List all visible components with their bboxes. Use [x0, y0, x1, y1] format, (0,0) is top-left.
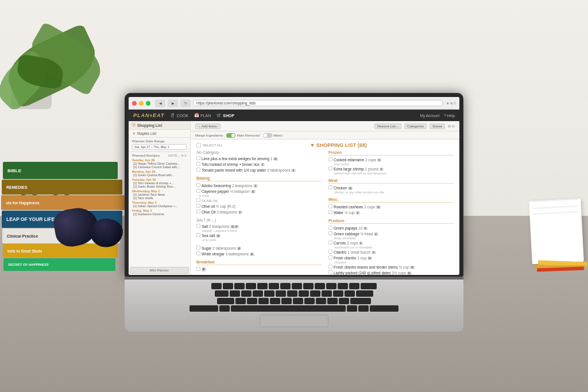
key — [338, 283, 348, 289]
key — [257, 283, 268, 289]
item-checkbox[interactable] — [196, 267, 200, 271]
key — [345, 290, 355, 297]
item-cilantro-1: Cilantro 1 small bunch F — [328, 249, 454, 255]
key — [219, 305, 230, 312]
recipe-monday: Monday, Apr 29 [1] Green Quinoa Bowl wit… — [132, 170, 187, 177]
key — [339, 298, 349, 304]
item-checkbox[interactable] — [328, 255, 332, 259]
key — [370, 305, 399, 312]
recipe-friday: Friday, May 3 [1] Garbanzo Omixine — [132, 209, 187, 216]
right-panel: + Add Items Restore List... Categories S… — [191, 121, 459, 275]
shopping-list-heading: ▼ SHOPPING LIST (68) — [310, 142, 366, 148]
item-oil: OLIVE OIL — [196, 197, 322, 203]
mini-planner-btn[interactable]: Mini Planner — [130, 267, 189, 274]
sea-salt-note: or to taste — [196, 238, 322, 242]
item-checkbox[interactable] — [328, 250, 332, 254]
nav-plan[interactable]: 📅PLAN — [194, 113, 211, 118]
item-checkbox[interactable] — [196, 209, 200, 214]
item-checkbox[interactable] — [196, 233, 200, 237]
canned-goods-label: Canned Goods — [196, 274, 322, 275]
item-checkbox[interactable] — [328, 210, 332, 214]
key — [322, 290, 332, 297]
maximize-btn[interactable] — [146, 101, 150, 106]
book-secret: SECRET OF HAPPINESS — [3, 258, 115, 271]
item-checkbox[interactable] — [196, 156, 200, 160]
item-checkbox[interactable] — [328, 157, 332, 161]
key — [269, 283, 279, 289]
trackpad[interactable] — [260, 315, 328, 327]
item-checkbox[interactable] — [328, 240, 332, 244]
nav-cook[interactable]: 🍴COOK — [170, 113, 188, 118]
key — [361, 283, 377, 289]
left-col: No Category Lime plus a few extra wedges… — [196, 150, 322, 275]
scene: BIBLE REMEDIES sts for Happiness LEAP OF… — [0, 0, 588, 392]
item-shrimp: Extra large shrimp 1 pound F — [328, 166, 454, 172]
close-btn[interactable] — [132, 101, 137, 106]
right-papers — [531, 194, 582, 263]
key — [247, 298, 257, 304]
hide-removed-toggle[interactable]: Hide Removed — [226, 133, 260, 138]
key — [293, 298, 303, 304]
categories-btn[interactable]: Categories — [404, 123, 427, 129]
item-checkbox[interactable] — [328, 204, 332, 208]
recipe-item: [1] Taco shells — [132, 196, 187, 200]
item-checkbox[interactable] — [196, 204, 200, 208]
breakfast-item: F — [196, 266, 322, 272]
notepad-line — [532, 199, 577, 202]
forward-btn[interactable]: ▶ — [168, 99, 178, 107]
list-title-row: SELECT ALL ▼ SHOPPING LIST (68) — [196, 142, 454, 148]
item-checkbox[interactable] — [196, 162, 200, 166]
item-checkbox[interactable] — [196, 198, 200, 202]
item-cilantro-2: Fresh cilantro 1 cup R — [328, 255, 454, 261]
metric-toggle[interactable]: Metric — [263, 133, 283, 138]
item-checkbox[interactable] — [196, 251, 200, 255]
sugar-section: Sugar 2 tablespoons R White vinegar 3 ta… — [196, 245, 322, 257]
item-tofu: Tofu instead of shrimp + brown rice F — [196, 161, 322, 167]
nav-shop[interactable]: 🛒SHOP — [216, 113, 234, 118]
item-checkbox[interactable] — [196, 168, 200, 172]
key — [223, 283, 233, 289]
item-tomato: Tomato paste mixed with 1/4 cup water 3 … — [196, 167, 322, 173]
item-checkbox[interactable] — [328, 231, 332, 235]
laptop: ◀ ▶ ↻ https://plantoeat.com/shopping_lis… — [125, 93, 463, 332]
key — [358, 305, 369, 312]
key — [234, 283, 245, 289]
plant — [0, 0, 126, 143]
date-range-input[interactable]: Sat, Apr 27 – Thu, May 1 — [132, 144, 187, 150]
stores-btn[interactable]: Stores — [430, 123, 445, 129]
refresh-btn[interactable]: ↻ — [180, 99, 191, 107]
recipe-wednesday: Wednesday, May 1 [1] Jackfruit Taco Meat… — [132, 189, 187, 200]
item-adobo: Adobo Seasoning 2 teaspoons F — [196, 183, 322, 188]
keyboard — [133, 283, 455, 327]
produce-label: Produce — [328, 219, 454, 224]
item-water: Water ½ cup F — [328, 209, 454, 215]
item-dates: Lightly packed (240 g) pitted dates 1½ c… — [328, 270, 454, 275]
item-checkbox[interactable] — [328, 270, 332, 274]
minimize-btn[interactable] — [139, 101, 144, 106]
url-bar[interactable]: https://plantoeat.com/shopping_lists — [193, 100, 443, 106]
back-btn[interactable]: ◀ — [155, 99, 165, 107]
add-items-btn[interactable]: + Add Items — [195, 123, 220, 129]
item-checkbox[interactable] — [196, 189, 200, 193]
item-checkbox[interactable] — [328, 166, 332, 170]
right-col: Frozen Cooked edamame 2 cups F (not note… — [328, 150, 454, 275]
item-checkbox[interactable] — [196, 224, 200, 228]
recipe-tuesday: Tuesday, Apr 30 [1] Tofu instead of shri… — [132, 178, 187, 188]
sidebar-shopping-header[interactable]: ☰ Shopping List — [129, 121, 190, 130]
item-checkbox[interactable] — [328, 265, 332, 269]
key — [241, 290, 252, 297]
key — [304, 298, 315, 304]
restore-btn[interactable]: Restore List... — [374, 123, 401, 129]
book-happiness: sts for Happiness — [1, 195, 125, 210]
item-checkbox[interactable] — [196, 183, 200, 187]
key — [292, 283, 302, 289]
book-remedies: REMEDIES — [2, 180, 122, 195]
item-checkbox[interactable] — [328, 185, 332, 189]
select-all-checkbox[interactable] — [196, 143, 201, 148]
key — [217, 298, 234, 304]
item-checkbox[interactable] — [328, 226, 332, 230]
key — [303, 283, 314, 289]
item-sugar: Sugar 2 tablespoons R — [196, 245, 322, 251]
sidebar-staples[interactable]: ▼ Staples List — [129, 130, 190, 138]
item-checkbox[interactable] — [196, 246, 200, 250]
